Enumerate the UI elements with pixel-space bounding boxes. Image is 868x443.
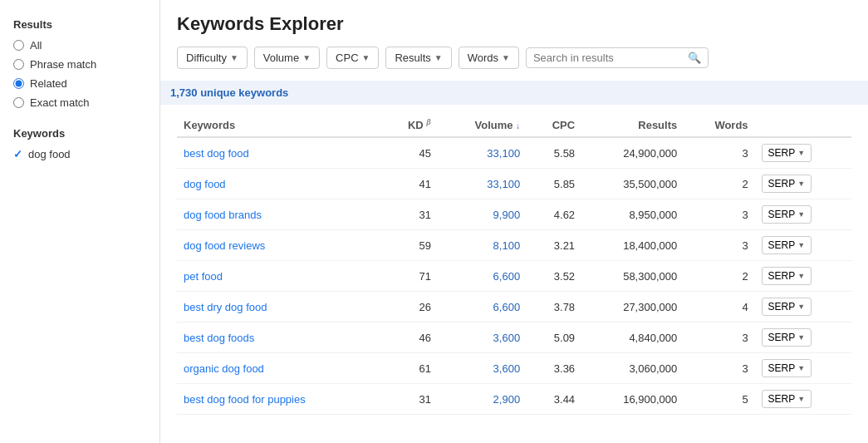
chevron-down-icon: ▼	[797, 210, 805, 219]
col-words: Words	[684, 113, 754, 137]
serp-label: SERP	[768, 239, 796, 251]
results-cell: 3,060,000	[581, 353, 684, 384]
search-input[interactable]	[533, 52, 688, 64]
radio-related[interactable]	[13, 78, 24, 89]
serp-button[interactable]: SERP▼	[762, 236, 812, 254]
words-cell: 2	[684, 169, 754, 199]
table-row: dog food brands319,9004.628,950,0003SERP…	[177, 199, 851, 230]
keyword-item[interactable]: ✓dog food	[0, 145, 159, 164]
serp-cell: SERP▼	[755, 169, 851, 199]
chevron-down-icon: ▼	[797, 241, 805, 249]
serp-button[interactable]: SERP▼	[762, 267, 812, 285]
table-row: dog food4133,1005.8535,500,0002SERP▼	[177, 169, 851, 199]
cpc-cell: 3.44	[527, 384, 581, 415]
serp-cell: SERP▼	[755, 384, 851, 415]
col-keywords: Keywords	[177, 113, 382, 137]
radio-phrase[interactable]	[13, 59, 24, 70]
serp-button[interactable]: SERP▼	[762, 144, 812, 162]
serp-button[interactable]: SERP▼	[762, 359, 812, 377]
kd-cell: 31	[382, 384, 438, 415]
sidebar-radio-phrase[interactable]: Phrase match	[0, 55, 159, 74]
serp-button[interactable]: SERP▼	[762, 390, 812, 408]
volume-cell: 2,900	[438, 384, 527, 415]
keyword-cell[interactable]: best dog foods	[177, 322, 382, 353]
chevron-down-icon: ▼	[434, 53, 443, 62]
serp-button[interactable]: SERP▼	[762, 328, 812, 347]
keyword-cell[interactable]: best dog food for puppies	[177, 384, 382, 415]
serp-cell: SERP▼	[755, 230, 851, 261]
serp-cell: SERP▼	[755, 137, 851, 169]
col-volume: Volume ↓	[438, 113, 527, 137]
chevron-down-icon: ▼	[797, 395, 805, 403]
page-title: Keywords Explorer	[177, 13, 851, 35]
main-content: Keywords Explorer Difficulty▼Volume▼CPC▼…	[160, 0, 868, 443]
keyword-cell[interactable]: best dog food	[177, 137, 382, 169]
filter-label: Volume	[263, 52, 299, 64]
serp-label: SERP	[768, 147, 796, 159]
words-cell: 3	[684, 137, 754, 169]
keyword-cell[interactable]: organic dog food	[177, 353, 382, 384]
results-cell: 18,400,000	[581, 230, 684, 261]
chevron-down-icon: ▼	[797, 364, 805, 372]
volume-cell: 33,100	[438, 137, 527, 169]
chevron-down-icon: ▼	[502, 53, 510, 62]
serp-button[interactable]: SERP▼	[762, 175, 812, 193]
volume-cell: 6,600	[438, 292, 527, 322]
keywords-table: Keywords KD β Volume ↓ CPC Results Words…	[177, 113, 851, 415]
filter-label: Words	[468, 52, 498, 64]
search-icon: 🔍	[688, 52, 701, 64]
col-cpc: CPC	[527, 113, 581, 137]
chevron-down-icon: ▼	[797, 180, 805, 188]
cpc-cell: 4.62	[527, 199, 581, 230]
serp-label: SERP	[768, 178, 796, 190]
sidebar-radio-related[interactable]: Related	[0, 74, 159, 93]
serp-cell: SERP▼	[755, 292, 851, 322]
chevron-down-icon: ▼	[797, 303, 805, 311]
keyword-cell[interactable]: dog food brands	[177, 199, 382, 230]
keyword-cell[interactable]: dog food reviews	[177, 230, 382, 261]
filter-label: Difficulty	[186, 52, 227, 64]
radio-all[interactable]	[13, 40, 24, 51]
keyword-check-icon: ✓	[13, 148, 22, 160]
words-cell: 5	[684, 384, 754, 415]
chevron-down-icon: ▼	[362, 53, 370, 62]
kd-cell: 59	[382, 230, 438, 261]
unique-keywords-bar: 1,730 unique keywords	[160, 81, 868, 105]
kd-cell: 71	[382, 261, 438, 292]
sidebar: Results AllPhrase matchRelatedExact matc…	[0, 0, 160, 443]
results-filter[interactable]: Results▼	[385, 47, 451, 69]
table-row: best dry dog food266,6003.7827,300,0004S…	[177, 292, 851, 322]
radio-label-related: Related	[30, 77, 67, 90]
words-filter[interactable]: Words▼	[459, 47, 519, 69]
table-row: pet food716,6003.5258,300,0002SERP▼	[177, 261, 851, 292]
serp-button[interactable]: SERP▼	[762, 205, 812, 224]
chevron-down-icon: ▼	[302, 53, 311, 62]
unique-keywords-count: 1,730 unique keywords	[170, 86, 288, 99]
search-box[interactable]: 🔍	[526, 47, 709, 68]
serp-label: SERP	[768, 301, 796, 313]
volume-cell: 8,100	[438, 230, 527, 261]
words-cell: 3	[684, 230, 754, 261]
sidebar-radio-exact[interactable]: Exact match	[0, 93, 159, 112]
col-kd: KD β	[382, 113, 438, 137]
serp-label: SERP	[768, 362, 796, 374]
difficulty-filter[interactable]: Difficulty▼	[177, 47, 248, 69]
volume-filter[interactable]: Volume▼	[254, 47, 320, 69]
results-cell: 16,900,000	[581, 384, 684, 415]
sidebar-radio-all[interactable]: All	[0, 36, 159, 55]
radio-label-exact: Exact match	[30, 96, 90, 109]
serp-label: SERP	[768, 393, 796, 405]
serp-button[interactable]: SERP▼	[762, 298, 812, 316]
table-header: Keywords KD β Volume ↓ CPC Results Words	[177, 113, 851, 137]
results-cell: 35,500,000	[581, 169, 684, 199]
cpc-cell: 3.21	[527, 230, 581, 261]
cpc-filter[interactable]: CPC▼	[326, 47, 379, 69]
radio-exact[interactable]	[13, 97, 24, 108]
keyword-cell[interactable]: best dry dog food	[177, 292, 382, 322]
radio-label-all: All	[30, 39, 42, 52]
filter-buttons: Difficulty▼Volume▼CPC▼Results▼Words▼	[177, 47, 519, 69]
keyword-cell[interactable]: pet food	[177, 261, 382, 292]
keyword-cell[interactable]: dog food	[177, 169, 382, 199]
filter-bar: Difficulty▼Volume▼CPC▼Results▼Words▼ 🔍	[177, 47, 851, 69]
words-cell: 3	[684, 199, 754, 230]
